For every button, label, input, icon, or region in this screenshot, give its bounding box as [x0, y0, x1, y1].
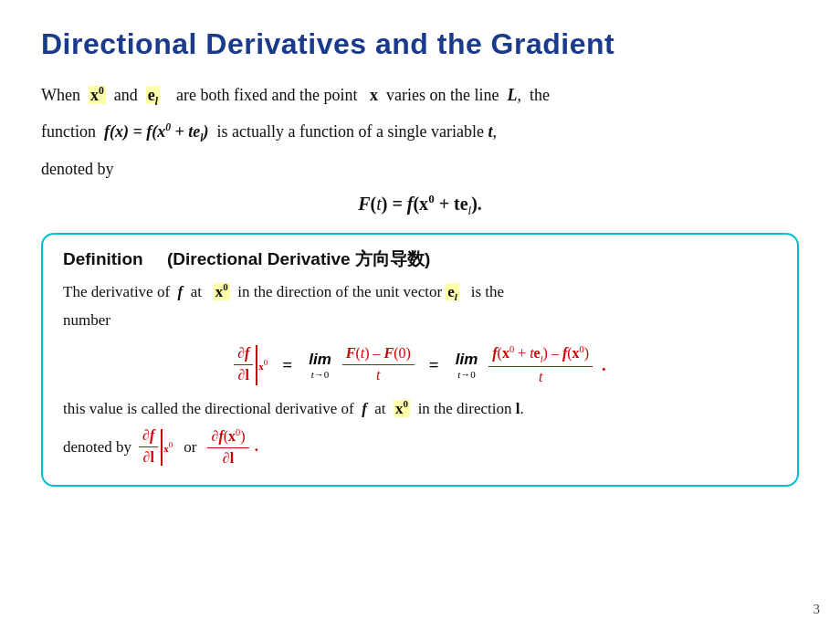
bl-var-x0: x0	[394, 400, 410, 417]
or-text: or	[184, 438, 196, 457]
equals-1: =	[282, 355, 292, 375]
slide-title: Directional Derivatives and the Gradient	[41, 27, 799, 61]
partial-df-dl-eval: ∂f ∂l x0	[234, 344, 268, 385]
period: .	[602, 355, 606, 375]
var-x: x	[370, 86, 378, 104]
center-formula-text: F(t) = f(x0 + tel).	[358, 194, 482, 214]
var-el: el	[146, 86, 160, 104]
definition-body: The derivative of f at x0 in the directi…	[63, 278, 777, 333]
center-formula-block: F(t) = f(x0 + tel).	[41, 193, 799, 219]
frac-directional: f(x0 + tel) – f(x0) t	[488, 343, 593, 387]
equals-2: =	[429, 355, 439, 375]
var-x0: x0	[89, 86, 106, 104]
lim-2: lim t→0	[456, 351, 478, 380]
bl-var-f: f	[362, 400, 367, 417]
denoted-frac-1: ∂f ∂l x0	[139, 426, 173, 467]
denoted-line: denoted by ∂f ∂l x0 or ∂f(x0) ∂l .	[63, 426, 777, 468]
slide: Directional Derivatives and the Gradient…	[0, 0, 840, 630]
page-number: 3	[814, 602, 821, 617]
denoted-by-label: denoted by	[63, 438, 131, 457]
denoted-frac-2: ∂f(x0) ∂l .	[207, 426, 258, 468]
bottom-line-text: this value is called the directional der…	[63, 396, 777, 421]
frac-Ft-F0: F(t) – F(0) t	[342, 344, 415, 385]
func-fx: f(x) = f(x0 + tel)	[104, 122, 209, 141]
definition-box: Definition (Directional Derivative 方向导数)…	[41, 233, 799, 486]
definition-title: Definition (Directional Derivative 方向导数)	[63, 247, 777, 271]
def-var-f: f	[178, 283, 184, 300]
var-t: t	[488, 122, 493, 141]
main-formula-row: ∂f ∂l x0 = lim t→0 F(t) – F(0) t =	[63, 343, 777, 387]
intro-line2: function f(x) = f(x0 + tel) is actually …	[41, 118, 799, 147]
lim-1: lim t→0	[309, 351, 331, 380]
def-var-x0: x0	[214, 283, 230, 300]
intro-line3: denoted by	[41, 155, 799, 184]
intro-paragraph: When x0 and el are both fixed and the po…	[41, 81, 799, 110]
def-var-el: el	[446, 283, 459, 300]
var-L: L	[508, 86, 518, 104]
